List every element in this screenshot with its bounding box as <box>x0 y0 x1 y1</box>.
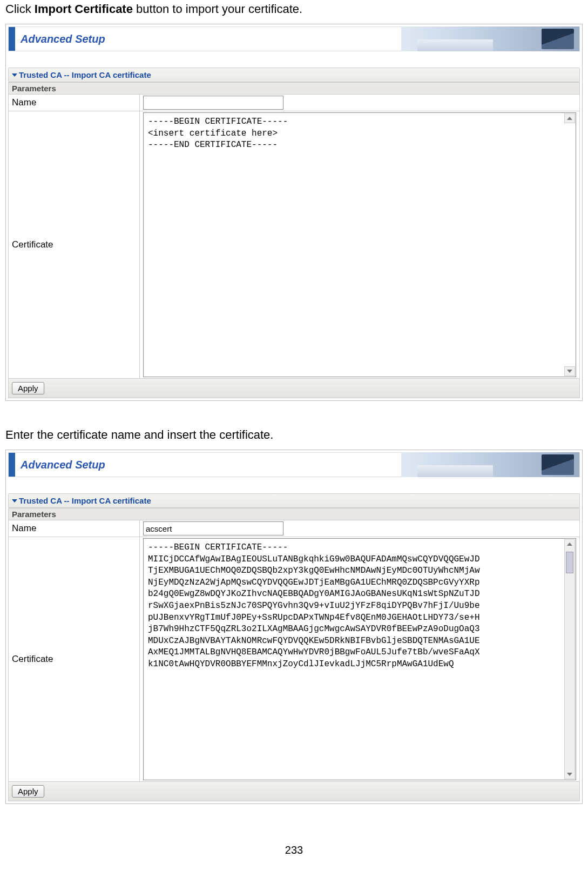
parameters-heading: Parameters <box>9 508 580 520</box>
header-decorative-image <box>401 26 579 51</box>
name-label: Name <box>9 95 140 111</box>
certificate-label: Certificate <box>9 537 140 782</box>
header-accent <box>9 27 15 51</box>
section-title-row[interactable]: Trusted CA -- Import CA certificate <box>8 68 580 82</box>
header-bar: Advanced Setup <box>8 26 580 51</box>
name-input[interactable] <box>143 96 283 110</box>
certificate-textarea[interactable]: -----BEGIN CERTIFICATE----- <insert cert… <box>143 112 576 377</box>
header-decorative-image <box>401 452 579 477</box>
section-title-row[interactable]: Trusted CA -- Import CA certificate <box>8 493 580 508</box>
screenshot-2: Advanced Setup Trusted CA -- Import CA c… <box>5 450 583 804</box>
page-number: 233 <box>5 831 583 856</box>
section-title: Trusted CA -- Import CA certificate <box>19 496 151 505</box>
certificate-label: Certificate <box>9 111 140 379</box>
certificate-textarea[interactable]: -----BEGIN CERTIFICATE----- MIICjDCCAfWg… <box>143 538 576 780</box>
instruction-text-1: Click Import Certificate button to impor… <box>5 2 583 16</box>
section-title: Trusted CA -- Import CA certificate <box>19 70 151 79</box>
header-bar: Advanced Setup <box>8 452 580 477</box>
apply-button[interactable]: Apply <box>12 382 44 394</box>
scroll-down-icon[interactable] <box>564 366 575 376</box>
header-accent <box>9 453 15 477</box>
chevron-down-icon <box>12 499 17 503</box>
instruction-1-post: button to import your certificate. <box>133 2 302 16</box>
instruction-1-pre: Click <box>5 2 35 16</box>
name-input[interactable] <box>143 521 283 535</box>
scrollbar[interactable] <box>564 539 575 779</box>
header-title: Advanced Setup <box>21 459 105 471</box>
screenshot-1: Advanced Setup Trusted CA -- Import CA c… <box>5 24 583 401</box>
chevron-down-icon <box>12 73 17 77</box>
apply-button[interactable]: Apply <box>12 785 44 798</box>
instruction-text-2: Enter the certificate name and insert th… <box>5 428 583 442</box>
header-title: Advanced Setup <box>21 33 105 45</box>
instruction-1-bold: Import Certificate <box>35 2 133 16</box>
scroll-up-icon[interactable] <box>564 113 575 123</box>
parameters-heading: Parameters <box>9 83 580 95</box>
name-label: Name <box>9 520 140 537</box>
